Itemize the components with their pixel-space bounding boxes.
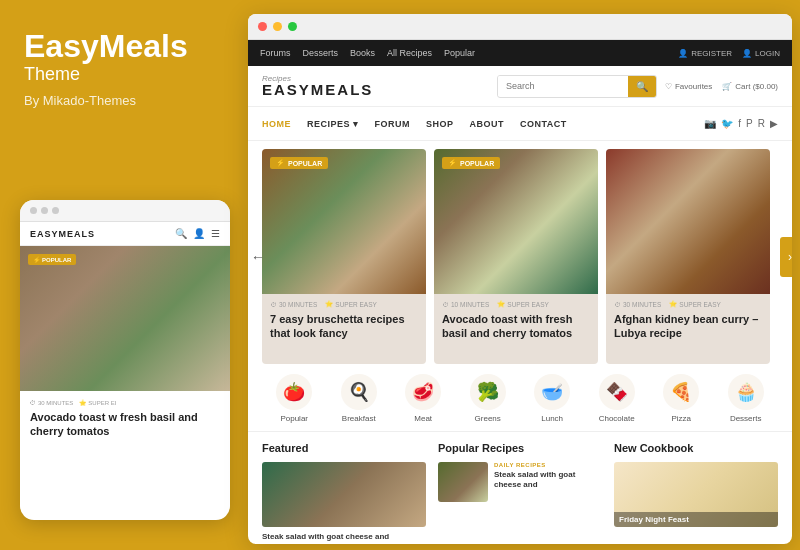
popular-recipe-image (438, 462, 488, 502)
nav-contact[interactable]: CONTACT (520, 119, 567, 129)
rss-icon[interactable]: R (758, 118, 765, 129)
mobile-dot-3 (52, 207, 59, 214)
top-nav-forums[interactable]: Forums (260, 48, 291, 58)
recipe-card-3[interactable]: ⏱ 30 MINUTES ⭐ SUPER EASY Afghan kidney … (606, 149, 770, 364)
desserts-icon: 🧁 (728, 374, 764, 410)
category-breakfast-label: Breakfast (342, 414, 376, 423)
popular-recipe-text: Steak salad with goat cheese and (494, 470, 602, 491)
top-nav-all-recipes[interactable]: All Recipes (387, 48, 432, 58)
mobile-header: EASYMEALS 🔍 👤 ☰ (20, 222, 230, 246)
browser-dot-yellow[interactable] (273, 22, 282, 31)
featured-image[interactable] (262, 462, 426, 527)
browser-dot-green[interactable] (288, 22, 297, 31)
mobile-dots (20, 200, 230, 222)
mobile-mockup: EASYMEALS 🔍 👤 ☰ ⚡ POPULAR ⏱ 30 MINUTES ⭐… (20, 200, 230, 520)
register-icon: 👤 (678, 49, 688, 58)
card-info-3: ⏱ 30 MINUTES ⭐ SUPER EASY Afghan kidney … (606, 294, 770, 347)
login-button[interactable]: 👤 LOGIN (742, 49, 780, 58)
pinterest-icon[interactable]: P (746, 118, 753, 129)
category-pizza[interactable]: 🍕 Pizza (663, 374, 699, 423)
pizza-icon: 🍕 (663, 374, 699, 410)
category-meat[interactable]: 🥩 Meat (405, 374, 441, 423)
lunch-icon: 🥣 (534, 374, 570, 410)
mobile-meta: ⏱ 30 MINUTES ⭐ SUPER EI (30, 399, 220, 406)
popular-recipe-info: DAILY RECIPES Steak salad with goat chee… (494, 462, 602, 491)
category-greens-label: Greens (475, 414, 501, 423)
mobile-brand: EASYMEALS (30, 229, 95, 239)
card-info-1: ⏱ 30 MINUTES ⭐ SUPER EASY 7 easy brusche… (262, 294, 426, 347)
recipe-card-1[interactable]: ⚡ POPULAR ⏱ 30 MINUTES ⭐ SUPER EASY 7 ea… (262, 149, 426, 364)
top-nav-left: Forums Desserts Books All Recipes Popula… (260, 48, 475, 58)
new-cookbook-title: New Cookbook (614, 442, 778, 454)
featured-text: Steak salad with goat cheese and (262, 532, 426, 542)
top-nav-popular[interactable]: Popular (444, 48, 475, 58)
card-title-1: 7 easy bruschetta recipes that look fanc… (270, 312, 418, 341)
popular-badge-2: ⚡ POPULAR (442, 157, 500, 169)
top-nav-books[interactable]: Books (350, 48, 375, 58)
site-logo-name: EASYMEALS (262, 81, 373, 98)
youtube-icon[interactable]: ▶ (770, 118, 778, 129)
social-icons: 📷 🐦 f P R ▶ (704, 118, 778, 129)
card-image-1 (262, 149, 426, 294)
nav-arrow-right[interactable]: › (780, 237, 792, 277)
mobile-popular-badge: ⚡ POPULAR (28, 254, 76, 265)
mobile-food-image (20, 246, 230, 391)
nav-about[interactable]: ABOUT (470, 119, 505, 129)
mobile-lightning-icon: ⚡ (33, 256, 40, 263)
mobile-header-icons: 🔍 👤 ☰ (175, 228, 220, 239)
top-nav: Forums Desserts Books All Recipes Popula… (248, 40, 792, 66)
top-nav-right: 👤 REGISTER 👤 LOGIN (678, 49, 780, 58)
card-title-2: Avocado toast with fresh basil and cherr… (442, 312, 590, 341)
popular-recipes-title: Popular Recipes (438, 442, 602, 454)
card-meta-2: ⏱ 10 MINUTES ⭐ SUPER EASY (442, 300, 590, 308)
search-input[interactable] (498, 76, 628, 96)
popular-icon: 🍅 (276, 374, 312, 410)
browser-window: Forums Desserts Books All Recipes Popula… (248, 14, 792, 544)
search-box: 🔍 (497, 75, 657, 98)
categories-row: 🍅 Popular 🍳 Breakfast 🥩 Meat 🥦 Greens 🥣 … (248, 364, 792, 432)
favourites-button[interactable]: ♡ Favourites (665, 82, 712, 91)
popular-recipe-item[interactable]: DAILY RECIPES Steak salad with goat chee… (438, 462, 602, 502)
main-nav: HOME RECIPES ▾ FORUM SHOP ABOUT CONTACT … (248, 107, 792, 141)
featured-section: Featured Steak salad with goat cheese an… (262, 442, 426, 542)
nav-home[interactable]: HOME (262, 119, 291, 129)
register-button[interactable]: 👤 REGISTER (678, 49, 732, 58)
card-info-2: ⏱ 10 MINUTES ⭐ SUPER EASY Avocado toast … (434, 294, 598, 347)
top-nav-desserts[interactable]: Desserts (303, 48, 339, 58)
nav-shop[interactable]: SHOP (426, 119, 454, 129)
cookbook-overlay: Friday Night Feast (614, 512, 778, 527)
twitter-icon[interactable]: 🐦 (721, 118, 733, 129)
popular-recipes-section: Popular Recipes DAILY RECIPES Steak sala… (438, 442, 602, 542)
search-button[interactable]: 🔍 (628, 76, 656, 97)
card-image-3 (606, 149, 770, 294)
category-breakfast[interactable]: 🍳 Breakfast (341, 374, 377, 423)
facebook-icon[interactable]: f (738, 118, 741, 129)
cart-button[interactable]: 🛒 Cart ($0.00) (722, 82, 778, 91)
login-icon: 👤 (742, 49, 752, 58)
greens-icon: 🥦 (470, 374, 506, 410)
category-popular[interactable]: 🍅 Popular (276, 374, 312, 423)
lightning-icon-2: ⚡ (448, 159, 457, 167)
category-lunch[interactable]: 🥣 Lunch (534, 374, 570, 423)
category-chocolate[interactable]: 🍫 Chocolate (599, 374, 635, 423)
nav-arrow-left[interactable]: ← (248, 247, 268, 267)
category-pizza-label: Pizza (671, 414, 691, 423)
site-logo-area: Recipes EASYMEALS (262, 74, 373, 98)
recipe-card-2[interactable]: ⚡ POPULAR ⏱ 10 MINUTES ⭐ SUPER EASY Avoc… (434, 149, 598, 364)
nav-recipes[interactable]: RECIPES ▾ (307, 119, 359, 129)
popular-badge-1: ⚡ POPULAR (270, 157, 328, 169)
brand-by: By Mikado-Themes (24, 93, 224, 108)
cookbook-book-title: Friday Night Feast (619, 515, 773, 524)
instagram-icon[interactable]: 📷 (704, 118, 716, 129)
category-meat-label: Meat (414, 414, 432, 423)
browser-dot-red[interactable] (258, 22, 267, 31)
new-cookbook-section: New Cookbook Friday Night Feast (614, 442, 778, 542)
cookbook-image[interactable]: Friday Night Feast (614, 462, 778, 527)
heart-icon: ♡ (665, 82, 672, 91)
category-desserts[interactable]: 🧁 Desserts (728, 374, 764, 423)
category-desserts-label: Desserts (730, 414, 762, 423)
nav-forum[interactable]: FORUM (375, 119, 411, 129)
category-greens[interactable]: 🥦 Greens (470, 374, 506, 423)
mobile-image-area: ⚡ POPULAR (20, 246, 230, 391)
mobile-user-icon: 👤 (193, 228, 205, 239)
